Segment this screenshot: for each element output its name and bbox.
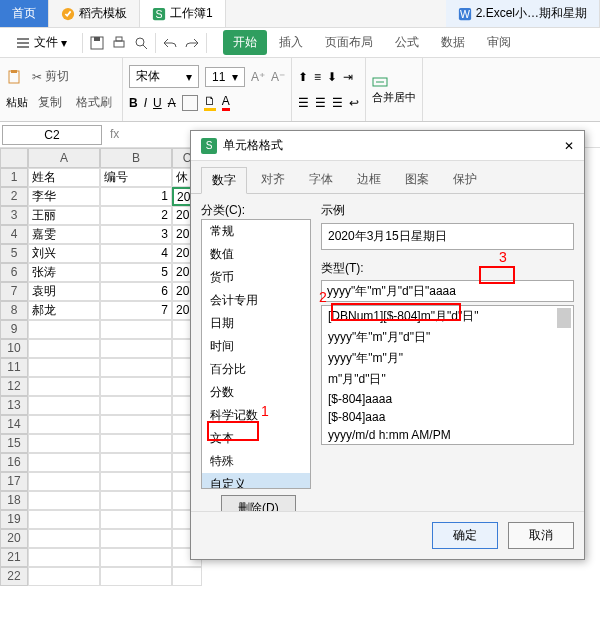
copy-button[interactable]: 复制 bbox=[34, 92, 66, 113]
strike-icon[interactable]: A bbox=[168, 96, 176, 110]
row-header[interactable]: 10 bbox=[0, 339, 28, 358]
fmt-button[interactable]: 格式刷 bbox=[72, 92, 116, 113]
cell[interactable]: 姓名 bbox=[28, 168, 100, 187]
cell[interactable] bbox=[100, 377, 172, 396]
cell[interactable] bbox=[100, 548, 172, 567]
dtab-number[interactable]: 数字 bbox=[201, 167, 247, 194]
row-header[interactable]: 3 bbox=[0, 206, 28, 225]
row-header[interactable]: 18 bbox=[0, 491, 28, 510]
row-header[interactable]: 13 bbox=[0, 396, 28, 415]
cell[interactable]: 3 bbox=[100, 225, 172, 244]
cell[interactable] bbox=[100, 491, 172, 510]
row-header[interactable]: 16 bbox=[0, 453, 28, 472]
cell[interactable] bbox=[100, 320, 172, 339]
category-item[interactable]: 时间 bbox=[202, 335, 310, 358]
cell[interactable]: 嘉雯 bbox=[28, 225, 100, 244]
cell[interactable] bbox=[28, 510, 100, 529]
type-option[interactable]: [DBNum1][$-804]m"月"d"日" bbox=[322, 306, 573, 327]
rtab-start[interactable]: 开始 bbox=[223, 30, 267, 55]
cell[interactable] bbox=[100, 415, 172, 434]
row-header[interactable]: 7 bbox=[0, 282, 28, 301]
print-icon[interactable] bbox=[111, 35, 127, 51]
file-menu[interactable]: 文件 ▾ bbox=[6, 30, 76, 55]
cell[interactable]: 7 bbox=[100, 301, 172, 320]
row-header[interactable]: 1 bbox=[0, 168, 28, 187]
dtab-protect[interactable]: 保护 bbox=[443, 167, 487, 193]
row-header[interactable]: 8 bbox=[0, 301, 28, 320]
select-all-corner[interactable] bbox=[0, 148, 28, 168]
dtab-pattern[interactable]: 图案 bbox=[395, 167, 439, 193]
cell[interactable] bbox=[100, 510, 172, 529]
category-item[interactable]: 日期 bbox=[202, 312, 310, 335]
name-box[interactable]: C2 bbox=[2, 125, 102, 145]
category-list[interactable]: 常规数值货币会计专用日期时间百分比分数科学记数文本特殊自定义 bbox=[201, 219, 311, 489]
dtab-border[interactable]: 边框 bbox=[347, 167, 391, 193]
row-header[interactable]: 9 bbox=[0, 320, 28, 339]
cancel-button[interactable]: 取消 bbox=[508, 522, 574, 549]
cell[interactable] bbox=[28, 491, 100, 510]
align-center-icon[interactable]: ☰ bbox=[315, 96, 326, 110]
cell[interactable]: 1 bbox=[100, 187, 172, 206]
category-item[interactable]: 货币 bbox=[202, 266, 310, 289]
cell[interactable] bbox=[100, 453, 172, 472]
rtab-review[interactable]: 审阅 bbox=[477, 30, 521, 55]
category-item[interactable]: 百分比 bbox=[202, 358, 310, 381]
col-B[interactable]: B bbox=[100, 148, 172, 168]
cell[interactable] bbox=[28, 434, 100, 453]
cell[interactable] bbox=[28, 567, 100, 586]
align-right-icon[interactable]: ☰ bbox=[332, 96, 343, 110]
row-header[interactable]: 20 bbox=[0, 529, 28, 548]
row-header[interactable]: 19 bbox=[0, 510, 28, 529]
row-header[interactable]: 14 bbox=[0, 415, 28, 434]
align-mid-icon[interactable]: ≡ bbox=[314, 70, 321, 84]
cell[interactable] bbox=[28, 377, 100, 396]
font-select[interactable]: 宋体▾ bbox=[129, 65, 199, 88]
row-header[interactable]: 22 bbox=[0, 567, 28, 586]
cell[interactable]: 刘兴 bbox=[28, 244, 100, 263]
indent-icon[interactable]: ⇥ bbox=[343, 70, 353, 84]
cell[interactable]: 5 bbox=[100, 263, 172, 282]
tab-template[interactable]: 稻壳模板 bbox=[49, 0, 140, 27]
save-icon[interactable] bbox=[89, 35, 105, 51]
cell[interactable] bbox=[100, 434, 172, 453]
rtab-layout[interactable]: 页面布局 bbox=[315, 30, 383, 55]
row-header[interactable]: 12 bbox=[0, 377, 28, 396]
preview-icon[interactable] bbox=[133, 35, 149, 51]
cell[interactable] bbox=[100, 339, 172, 358]
type-input[interactable] bbox=[321, 280, 574, 302]
cell[interactable] bbox=[100, 567, 172, 586]
type-list[interactable]: [DBNum1][$-804]m"月"d"日"yyyy"年"m"月"d"日"yy… bbox=[321, 305, 574, 445]
type-option[interactable]: yyyy"年"m"月"d"日" bbox=[322, 327, 573, 348]
cell[interactable] bbox=[28, 453, 100, 472]
row-header[interactable]: 6 bbox=[0, 263, 28, 282]
type-option[interactable]: yyyy/m/d h:mm AM/PM bbox=[322, 426, 573, 444]
category-item[interactable]: 会计专用 bbox=[202, 289, 310, 312]
fill-color-icon[interactable]: 🗋 bbox=[204, 94, 216, 111]
type-option[interactable]: m"月"d"日" bbox=[322, 369, 573, 390]
fx-icon[interactable]: fx bbox=[110, 127, 126, 143]
cell[interactable] bbox=[28, 548, 100, 567]
increase-font-icon[interactable]: A⁺ bbox=[251, 70, 265, 84]
align-left-icon[interactable]: ☰ bbox=[298, 96, 309, 110]
row-header[interactable]: 17 bbox=[0, 472, 28, 491]
bold-icon[interactable]: B bbox=[129, 96, 138, 110]
category-item[interactable]: 数值 bbox=[202, 243, 310, 266]
cut-button[interactable]: ✂剪切 bbox=[28, 66, 73, 87]
category-item[interactable]: 自定义 bbox=[202, 473, 310, 489]
font-color-icon[interactable]: A bbox=[222, 94, 230, 111]
ok-button[interactable]: 确定 bbox=[432, 522, 498, 549]
category-item[interactable]: 常规 bbox=[202, 220, 310, 243]
cell[interactable] bbox=[100, 472, 172, 491]
scrollbar-thumb[interactable] bbox=[557, 308, 571, 328]
row-header[interactable]: 21 bbox=[0, 548, 28, 567]
merge-icon[interactable] bbox=[372, 74, 388, 90]
type-option[interactable]: yyyy"年"m"月" bbox=[322, 348, 573, 369]
close-icon[interactable]: ✕ bbox=[564, 139, 574, 153]
cell[interactable] bbox=[28, 339, 100, 358]
row-header[interactable]: 4 bbox=[0, 225, 28, 244]
type-option[interactable]: [$-804]aaa bbox=[322, 408, 573, 426]
category-item[interactable]: 特殊 bbox=[202, 450, 310, 473]
cell[interactable] bbox=[28, 396, 100, 415]
cell[interactable]: 王丽 bbox=[28, 206, 100, 225]
row-header[interactable]: 2 bbox=[0, 187, 28, 206]
